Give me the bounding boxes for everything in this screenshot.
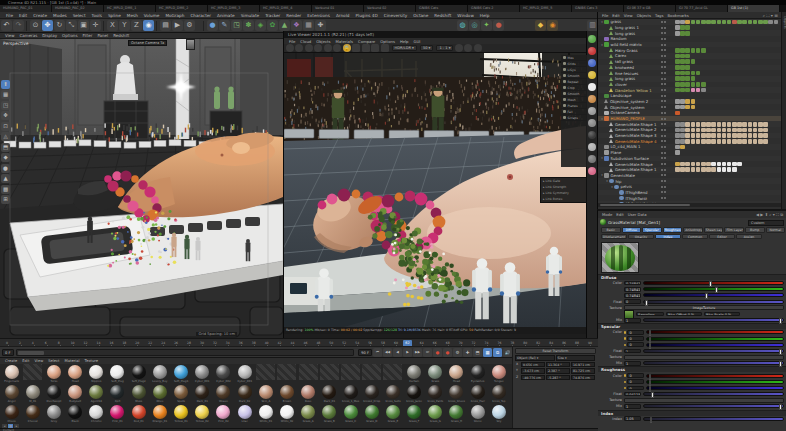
document-tab[interactable]: Verbund 01: [312, 5, 364, 12]
slider-handle[interactable]: [779, 404, 782, 410]
value-field[interactable]: 0: [627, 342, 644, 347]
object-tag[interactable]: [742, 20, 747, 25]
material-preview[interactable]: [601, 242, 639, 273]
object-tag[interactable]: [696, 48, 701, 53]
visibility-dot-render[interactable]: [664, 123, 666, 125]
octane-strip-icon[interactable]: [588, 167, 596, 175]
keyframe-dot[interactable]: [624, 381, 626, 383]
material-swatch[interactable]: [319, 364, 340, 384]
object-tag[interactable]: [680, 65, 685, 70]
visibility-dots[interactable]: [661, 72, 667, 74]
slider-handle[interactable]: [779, 349, 782, 355]
live-viewer-tool[interactable]: [295, 44, 303, 52]
keyframe-dot[interactable]: [624, 344, 626, 346]
transport-button[interactable]: ◀◀: [383, 348, 392, 357]
texture-button[interactable]: ImageTexture: [624, 305, 784, 310]
material-swatch[interactable]: Grass_H: [446, 404, 467, 424]
transport-extra-button[interactable]: ⚙: [453, 348, 462, 357]
object-tag[interactable]: [696, 88, 701, 93]
live-viewer-tool[interactable]: [381, 44, 389, 52]
material-swatch[interactable]: OverSwept: [43, 384, 64, 404]
object-tag[interactable]: [727, 122, 732, 127]
object-tag[interactable]: [691, 162, 696, 167]
slider-handle[interactable]: [779, 318, 782, 324]
material-swatch[interactable]: Choco: [1, 404, 22, 424]
viewport-menu-item[interactable]: Filter: [82, 33, 92, 38]
visibility-dot-render[interactable]: [664, 106, 666, 108]
coordinate-field[interactable]: -40.776 cm: [521, 375, 545, 381]
live-viewer-tool[interactable]: [352, 44, 360, 52]
visibility-dot-render[interactable]: [664, 78, 666, 80]
document-tab[interactable]: GNIBS Cats 3: [572, 5, 624, 12]
object-manager-icons[interactable]: ⌕ ⛶ ▾ ☰: [763, 13, 778, 18]
object-tag[interactable]: [691, 48, 696, 53]
mode-palette-button[interactable]: ▲: [1, 174, 10, 183]
object-tag[interactable]: [680, 122, 685, 127]
material-swatch[interactable]: White_01: [255, 404, 276, 424]
material-manager-menu-item[interactable]: Material: [65, 359, 80, 363]
material-swatch[interactable]: Grass_C: [340, 404, 361, 424]
visibility-dots[interactable]: [661, 118, 667, 120]
object-tag[interactable]: [675, 122, 680, 127]
live-viewer-menu-item[interactable]: Objects: [316, 39, 330, 44]
value-field[interactable]: 0,041156: [624, 392, 641, 397]
material-swatch[interactable]: Cyber_002: [213, 364, 234, 384]
object-tag[interactable]: [680, 59, 685, 64]
visibility-dots[interactable]: [661, 49, 667, 51]
slider-handle[interactable]: [649, 386, 652, 392]
visibility-dot-render[interactable]: [664, 140, 666, 142]
material-swatch[interactable]: Moss: [128, 384, 149, 404]
material-swatch[interactable]: [382, 364, 403, 384]
visibility-dot-editor[interactable]: [661, 191, 663, 193]
object-tag[interactable]: [680, 128, 685, 133]
object-tag[interactable]: [727, 133, 732, 138]
object-tag[interactable]: [675, 88, 680, 93]
object-manager-menu-item[interactable]: File: [602, 13, 608, 18]
material-swatch[interactable]: Grass_B: [319, 404, 340, 424]
material-swatch[interactable]: Spots: [171, 384, 192, 404]
object-tag[interactable]: [675, 145, 680, 150]
object-tag[interactable]: [753, 20, 758, 25]
object-tag[interactable]: [685, 122, 690, 127]
visibility-dots[interactable]: [661, 21, 667, 23]
object-manager-scrollbar[interactable]: [598, 203, 781, 207]
object-tag[interactable]: [706, 133, 711, 138]
object-tag[interactable]: [680, 76, 685, 81]
object-tag[interactable]: [742, 133, 747, 138]
visibility-dot-editor[interactable]: [661, 32, 663, 34]
visibility-dot-editor[interactable]: [661, 27, 663, 29]
octane-strip-icon[interactable]: [588, 107, 596, 115]
visibility-dots[interactable]: [661, 174, 667, 176]
material-swatch[interactable]: Grass_F: [404, 404, 425, 424]
object-tag[interactable]: [675, 128, 680, 133]
document-tab[interactable]: GNIBS Cats 2: [468, 5, 520, 12]
object-tag[interactable]: [685, 59, 690, 64]
toolbar-button[interactable]: ⚙: [184, 20, 195, 31]
material-swatch[interactable]: [22, 364, 43, 384]
live-viewer-tool[interactable]: [324, 44, 332, 52]
visibility-dots[interactable]: [661, 55, 667, 57]
document-tab[interactable]: GNIBS Cats: [416, 5, 468, 12]
visibility-dot-render[interactable]: [664, 21, 666, 23]
perspective-viewport[interactable]: ViewCamerasDisplayOptionsFilterPanelReds…: [0, 33, 283, 338]
menu-item[interactable]: Help: [480, 13, 490, 18]
mode-palette-button[interactable]: ◳: [1, 101, 10, 110]
end-frame-field[interactable]: 90 F: [358, 349, 372, 356]
live-viewer-menu-item[interactable]: Options: [380, 39, 395, 44]
visibility-dot-render[interactable]: [664, 169, 666, 171]
transport-extra-button[interactable]: ✚: [463, 348, 472, 357]
material-swatch[interactable]: [361, 364, 382, 384]
object-tag[interactable]: [763, 133, 768, 138]
object-tag[interactable]: [680, 99, 685, 104]
coordinate-field[interactable]: 0.656 cm: [521, 362, 545, 368]
visibility-dot-editor[interactable]: [661, 106, 663, 108]
value-field[interactable]: 0,74841: [624, 281, 641, 286]
visibility-dot-render[interactable]: [664, 72, 666, 74]
object-tag[interactable]: [691, 71, 696, 76]
visibility-dot-editor[interactable]: [661, 163, 663, 165]
object-tag[interactable]: [717, 128, 722, 133]
menu-item[interactable]: File: [6, 13, 13, 18]
channel-tab[interactable]: Index: [655, 234, 681, 240]
object-tag[interactable]: [685, 76, 690, 81]
menu-item[interactable]: Tracker: [265, 13, 280, 18]
